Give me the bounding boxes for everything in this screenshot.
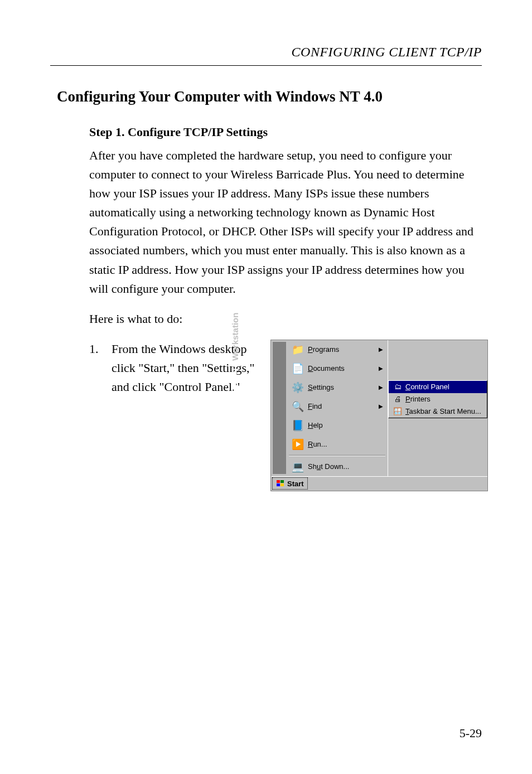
submenu-item-control-panel[interactable]: 🗂 Control Panel (389, 381, 487, 393)
header-text: CONFIGURING CLIENT TCP/IP (292, 45, 482, 59)
menu-label: Documents (308, 364, 388, 373)
taskbar: Start (271, 476, 487, 491)
run-icon: ▶️ (290, 437, 306, 452)
find-icon: 🔍 (290, 399, 306, 414)
taskbar-icon: 🪟 (392, 407, 403, 417)
documents-icon: 📄 (290, 361, 306, 376)
submenu-label: Taskbar & Start Menu... (405, 407, 481, 415)
screenshot: Windows NT Workstation 📁 Programs ▶ 📄 Do… (270, 340, 488, 491)
start-menu-banner: Windows NT Workstation (273, 342, 286, 474)
menu-label: Settings (308, 383, 388, 391)
control-panel-icon: 🗂 (392, 382, 403, 392)
chevron-right-icon: ▶ (379, 403, 383, 409)
settings-submenu: 🗂 Control Panel 🖨 Printers 🪟 Taskbar & S… (388, 380, 487, 418)
list-number: 1. (89, 340, 112, 396)
banner-text: Windows NT Workstation (230, 312, 240, 413)
page-header: CONFIGURING CLIENT TCP/IP (50, 45, 482, 60)
programs-icon: 📁 (290, 342, 306, 357)
menu-label: Help (308, 421, 388, 429)
menu-item-settings[interactable]: ⚙️ Settings ▶ (287, 378, 388, 397)
menu-item-find[interactable]: 🔍 Find ▶ (287, 397, 388, 416)
start-menu-list: 📁 Programs ▶ 📄 Documents ▶ ⚙️ Settings ▶ (287, 340, 388, 476)
menu-label: Shut Down... (308, 462, 388, 471)
start-menu-screenshot: Windows NT Workstation 📁 Programs ▶ 📄 Do… (270, 340, 488, 491)
menu-item-documents[interactable]: 📄 Documents ▶ (287, 359, 388, 378)
chevron-right-icon: ▶ (379, 384, 383, 390)
menu-label: Run... (308, 440, 388, 448)
menu-label: Programs (308, 345, 388, 354)
step-title: Step 1. Configure TCP/IP Settings (89, 125, 482, 139)
shutdown-icon: 💻 (290, 459, 306, 475)
start-button[interactable]: Start (272, 477, 308, 490)
menu-label: Find (308, 402, 388, 410)
submenu-label: Printers (405, 395, 431, 403)
followup-text: Here is what to do: (89, 309, 482, 328)
content-block: Step 1. Configure TCP/IP Settings After … (89, 125, 482, 491)
menu-item-programs[interactable]: 📁 Programs ▶ (287, 340, 388, 359)
header-rule (50, 65, 482, 66)
body-paragraph: After you have completed the hardware se… (89, 146, 482, 298)
start-button-label: Start (287, 480, 304, 488)
settings-icon: ⚙️ (290, 380, 306, 395)
submenu-item-printers[interactable]: 🖨 Printers (389, 393, 487, 405)
menu-separator (289, 455, 385, 456)
submenu-label: Control Panel (405, 383, 449, 391)
help-icon: 📘 (290, 418, 306, 433)
page-number: 5-29 (460, 726, 482, 741)
windows-logo-icon (276, 480, 285, 487)
submenu-item-taskbar[interactable]: 🪟 Taskbar & Start Menu... (389, 405, 487, 418)
instruction-row: 1. From the Windows desktop click "Start… (89, 340, 482, 491)
menu-item-shutdown[interactable]: 💻 Shut Down... (287, 457, 388, 476)
menu-item-run[interactable]: ▶️ Run... (287, 435, 388, 454)
printers-icon: 🖨 (392, 394, 403, 404)
chevron-right-icon: ▶ (379, 365, 383, 371)
menu-item-help[interactable]: 📘 Help (287, 416, 388, 435)
section-title: Configuring Your Computer with Windows N… (57, 88, 482, 105)
chevron-right-icon: ▶ (379, 346, 383, 352)
